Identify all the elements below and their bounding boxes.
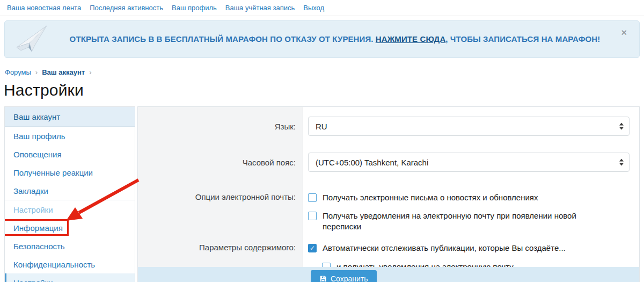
- page-title: Настройки: [4, 81, 84, 99]
- sidebar-item-selected-partial[interactable]: Настройки: [5, 273, 135, 282]
- banner-close-icon[interactable]: ✕: [620, 28, 627, 37]
- save-button[interactable]: Сохранить: [311, 270, 377, 282]
- sidebar-item-information-label: Информация: [13, 223, 63, 233]
- sidebar-item-security[interactable]: Безопасность: [5, 237, 135, 255]
- form-row-language: Язык: RU: [138, 117, 639, 136]
- email-news-checkbox-label[interactable]: Получать электронные письма о новостях и…: [323, 192, 538, 204]
- save-button-label: Сохранить: [331, 274, 368, 282]
- checkmark-icon: ✓: [310, 244, 315, 252]
- email-news-checkbox[interactable]: [308, 193, 317, 202]
- banner-text: ОТКРЫТА ЗАПИСЬ В В БЕСПЛАТНЫЙ МАРАФОН ПО…: [50, 34, 639, 44]
- floppy-disk-icon: [319, 275, 327, 282]
- email-conversations-checkbox-label[interactable]: Получать уведомления на электронную почт…: [323, 211, 604, 233]
- nav-link-your-profile[interactable]: Ваш профиль: [172, 4, 217, 12]
- sidebar-item-privacy[interactable]: Конфиденциальность: [5, 255, 135, 273]
- nav-link-your-account[interactable]: Ваша учётная запись: [225, 4, 295, 12]
- breadcrumb-your-account[interactable]: Ваш аккаунт: [42, 68, 85, 76]
- auto-watch-checkbox-label[interactable]: Автоматически отслеживать публикации, ко…: [323, 243, 566, 254]
- banner-signup-link[interactable]: НАЖМИТЕ СЮДА: [376, 34, 445, 44]
- marathon-banner: ОТКРЫТА ЗАПИСЬ В В БЕСПЛАТНЫЙ МАРАФОН ПО…: [4, 20, 640, 58]
- top-nav: Ваша новостная лента Последняя активност…: [0, 0, 644, 16]
- select-spinner-icon: [619, 123, 624, 130]
- account-sidebar: Ваш аккаунт Ваш профиль Оповещения Получ…: [4, 106, 135, 282]
- auto-watch-checkbox[interactable]: ✓: [308, 244, 317, 252]
- nav-link-news-feed[interactable]: Ваша новостная лента: [7, 4, 81, 12]
- paper-plane-icon: [13, 23, 50, 56]
- form-row-timezone: Часовой пояс: (UTC+05:00) Tashkent, Kara…: [138, 153, 639, 172]
- sidebar-item-preferences[interactable]: Настройки: [5, 200, 135, 219]
- preferences-form: Язык: RU Часовой пояс: (UTC+05:00) Tashk…: [138, 117, 639, 272]
- language-select[interactable]: RU: [308, 117, 630, 136]
- save-bar: Сохранить: [138, 267, 639, 282]
- checkbox-row-auto-watch: ✓ Автоматически отслеживать публикации, …: [308, 243, 630, 254]
- settings-page: Ваша новостная лента Последняя активност…: [0, 0, 644, 282]
- chevron-right-icon: ›: [35, 68, 38, 76]
- sidebar-item-reactions[interactable]: Полученные реакции: [5, 163, 135, 182]
- breadcrumb: Форумы › Ваш аккаунт ›: [5, 68, 92, 76]
- sidebar-item-bookmarks[interactable]: Закладки: [5, 182, 135, 200]
- nav-link-logout[interactable]: Выход: [303, 4, 324, 12]
- sidebar-item-information[interactable]: Информация: [5, 219, 135, 237]
- sidebar-item-alerts[interactable]: Оповещения: [5, 145, 135, 163]
- settings-form-panel: Язык: RU Часовой пояс: (UTC+05:00) Tashk…: [137, 106, 640, 282]
- language-select-value: RU: [316, 122, 327, 131]
- sidebar-item-your-profile[interactable]: Ваш профиль: [5, 127, 135, 145]
- banner-text-after: , ЧТОБЫ ЗАПИСАТЬСЯ НА МАРАФОН!: [445, 34, 600, 44]
- email-options-label: Опции электронной почты:: [138, 192, 303, 233]
- checkbox-row-email-conversations: Получать уведомления на электронную почт…: [308, 211, 630, 233]
- chevron-right-icon: ›: [89, 68, 91, 76]
- timezone-select[interactable]: (UTC+05:00) Tashkent, Karachi: [308, 153, 630, 172]
- breadcrumb-forums[interactable]: Форумы: [5, 68, 31, 76]
- banner-text-before: ОТКРЫТА ЗАПИСЬ В В БЕСПЛАТНЫЙ МАРАФОН ПО…: [70, 34, 376, 44]
- checkbox-row-email-news: Получать электронные письма о новостях и…: [308, 192, 630, 204]
- select-spinner-icon: [619, 159, 624, 166]
- language-label: Язык:: [138, 122, 303, 131]
- email-conversations-checkbox[interactable]: [308, 212, 317, 220]
- form-row-email-options: Опции электронной почты: Получать электр…: [138, 192, 639, 233]
- timezone-label: Часовой пояс:: [138, 158, 303, 167]
- sidebar-item-your-account[interactable]: Ваш аккаунт: [5, 107, 135, 127]
- timezone-select-value: (UTC+05:00) Tashkent, Karachi: [316, 158, 428, 167]
- nav-link-latest-activity[interactable]: Последняя активность: [90, 4, 163, 12]
